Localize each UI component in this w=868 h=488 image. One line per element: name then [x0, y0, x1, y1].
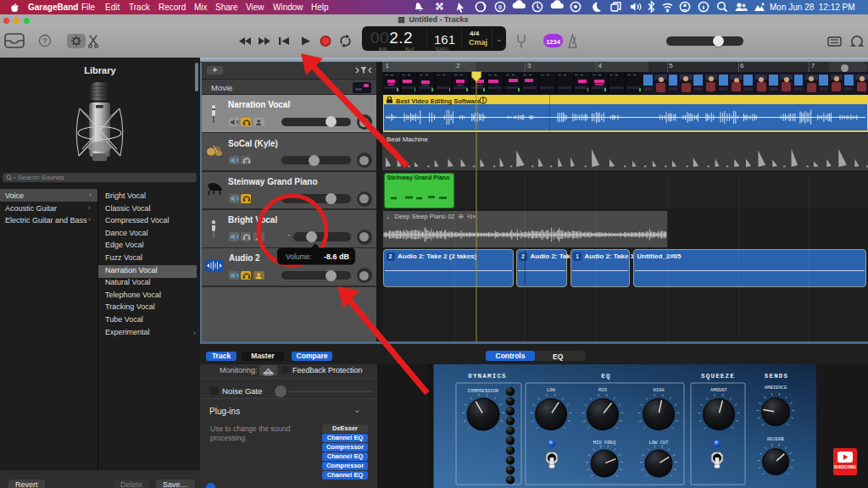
svg-text:Volume:: Volume: — [286, 252, 312, 261]
svg-text:-8.6 dB: -8.6 dB — [324, 252, 350, 261]
